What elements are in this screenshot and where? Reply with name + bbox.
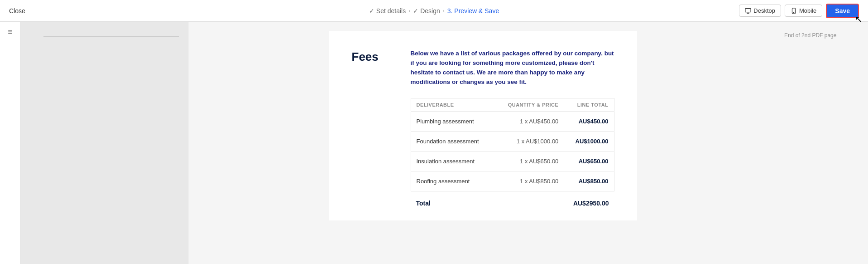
total-label: Total bbox=[416, 200, 431, 207]
breadcrumb-step1: ✓ Set details bbox=[369, 7, 406, 15]
topbar-right: Desktop Mobile Save ↖ bbox=[739, 4, 859, 18]
cell-qty-price: 1 x AU$450.00 bbox=[494, 111, 564, 131]
content-area: Fees Below we have a list of various pac… bbox=[188, 22, 777, 264]
pdf-page-line bbox=[784, 42, 861, 42]
topbar-left: Close bbox=[9, 7, 25, 15]
mobile-view-button[interactable]: Mobile bbox=[785, 5, 822, 17]
check-icon-1: ✓ bbox=[369, 7, 374, 15]
separator-2: › bbox=[443, 8, 445, 14]
table-row: Insulation assessment 1 x AU$650.00 AU$6… bbox=[411, 151, 614, 171]
topbar: Close ✓ Set details › ✓ Design › 3. Prev… bbox=[0, 0, 868, 22]
breadcrumb-step2: ✓ Design bbox=[413, 7, 440, 15]
col-qty-price: QUANTITY & PRICE bbox=[494, 98, 564, 111]
cell-line-total: AU$1000.00 bbox=[564, 131, 614, 151]
col-deliverable: DELIVERABLE bbox=[411, 98, 494, 111]
save-button-wrapper: Save ↖ bbox=[826, 4, 859, 18]
save-button[interactable]: Save bbox=[826, 4, 859, 18]
cell-deliverable: Insulation assessment bbox=[411, 151, 494, 171]
table-row: Roofing assessment 1 x AU$850.00 AU$850.… bbox=[411, 171, 614, 191]
fees-title: Fees bbox=[352, 49, 397, 207]
svg-rect-0 bbox=[745, 8, 751, 12]
fees-table: DELIVERABLE QUANTITY & PRICE LINE TOTAL … bbox=[411, 98, 614, 191]
close-button[interactable]: Close bbox=[9, 7, 25, 15]
mobile-icon bbox=[791, 8, 797, 14]
cell-qty-price: 1 x AU$1000.00 bbox=[494, 131, 564, 151]
fees-table-body: Plumbing assessment 1 x AU$450.00 AU$450… bbox=[411, 111, 614, 191]
breadcrumb-step3: 3. Preview & Save bbox=[447, 7, 499, 15]
right-panel: End of 2nd PDF page bbox=[777, 22, 868, 264]
fees-description: Below we have a list of various packages… bbox=[411, 49, 614, 87]
col-line-total: LINE TOTAL bbox=[564, 98, 614, 111]
cell-line-total: AU$650.00 bbox=[564, 151, 614, 171]
cell-qty-price: 1 x AU$850.00 bbox=[494, 171, 564, 191]
fees-right: Below we have a list of various packages… bbox=[411, 49, 614, 207]
document-card: Fees Below we have a list of various pac… bbox=[329, 31, 637, 220]
sidebar-menu-icon[interactable]: ≡ bbox=[8, 27, 13, 37]
left-panel-divider bbox=[43, 36, 179, 37]
cell-line-total: AU$450.00 bbox=[564, 111, 614, 131]
cell-deliverable: Plumbing assessment bbox=[411, 111, 494, 131]
fees-table-header: DELIVERABLE QUANTITY & PRICE LINE TOTAL bbox=[411, 98, 614, 111]
left-panel bbox=[21, 22, 188, 264]
pdf-page-label: End of 2nd PDF page bbox=[784, 32, 836, 39]
breadcrumb: ✓ Set details › ✓ Design › 3. Preview & … bbox=[369, 7, 499, 15]
table-row: Plumbing assessment 1 x AU$450.00 AU$450… bbox=[411, 111, 614, 131]
total-value: AU$2950.00 bbox=[573, 200, 609, 207]
cell-deliverable: Roofing assessment bbox=[411, 171, 494, 191]
table-header-row: DELIVERABLE QUANTITY & PRICE LINE TOTAL bbox=[411, 98, 614, 111]
sidebar: ≡ bbox=[0, 22, 21, 264]
cell-line-total: AU$850.00 bbox=[564, 171, 614, 191]
cell-qty-price: 1 x AU$650.00 bbox=[494, 151, 564, 171]
check-icon-2: ✓ bbox=[413, 7, 418, 15]
desktop-icon bbox=[745, 8, 751, 14]
main-layout: ≡ Fees Below we have a list of various p… bbox=[0, 22, 868, 264]
fees-section: Fees Below we have a list of various pac… bbox=[352, 49, 614, 207]
table-row: Foundation assessment 1 x AU$1000.00 AU$… bbox=[411, 131, 614, 151]
desktop-view-button[interactable]: Desktop bbox=[739, 5, 781, 17]
svg-point-4 bbox=[793, 12, 794, 13]
cell-deliverable: Foundation assessment bbox=[411, 131, 494, 151]
separator-1: › bbox=[408, 8, 410, 14]
fees-summary: Total AU$2950.00 bbox=[411, 191, 614, 207]
